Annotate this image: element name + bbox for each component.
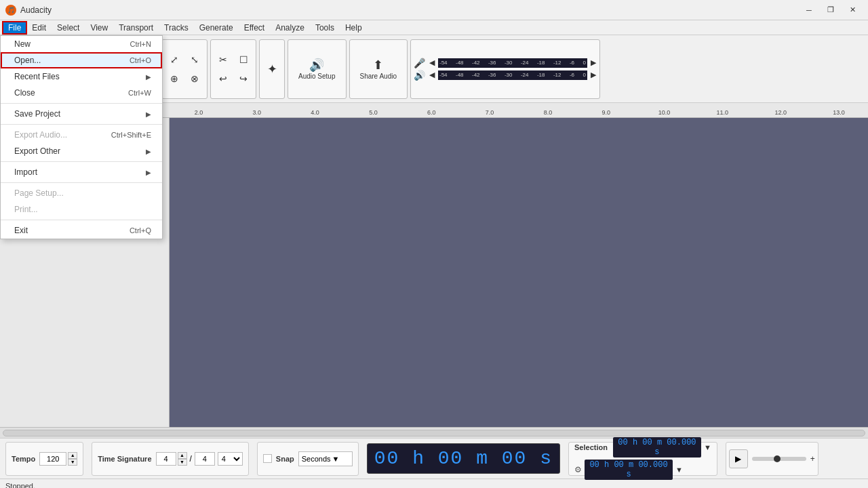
redo-button[interactable]: ↪	[234, 70, 253, 87]
scroll-track[interactable]	[3, 430, 865, 436]
tempo-down-button[interactable]: ▼	[68, 459, 77, 466]
menu-transport[interactable]: Transport	[113, 22, 159, 34]
menu-tracks[interactable]: Tracks	[159, 22, 194, 34]
tempo-field: 120 ▲ ▼	[39, 452, 77, 466]
rec-gain-btn2[interactable]: ▶	[589, 58, 598, 67]
menu-help[interactable]: Help	[340, 22, 368, 34]
snap-dropdown-arrow: ▼	[332, 455, 340, 463]
app-title: Audacity	[20, 5, 799, 15]
dd-separator-5	[1, 220, 162, 220]
tools-group4: ✦	[259, 39, 285, 99]
selection-label: Selection	[574, 443, 608, 451]
sig-num-down-button[interactable]: ▼	[178, 459, 187, 466]
zoom-normal-button[interactable]: ⊗	[185, 70, 204, 87]
dd-separator-4	[1, 182, 162, 183]
close-button[interactable]: ✕	[842, 3, 863, 17]
menu-analyze[interactable]: Analyze	[270, 22, 310, 34]
time-sig-denom-select[interactable]: 4816	[218, 452, 243, 466]
fit-tracks-button[interactable]: ⤡	[185, 51, 204, 68]
minimize-button[interactable]: ─	[799, 3, 819, 17]
ruler-mark: 7.0	[460, 109, 519, 116]
menu-recent-label: Recent Files	[14, 72, 60, 81]
tools-group2: ⤢ ⤡ ⊕ ⊗	[161, 39, 208, 99]
menu-file[interactable]: File	[3, 22, 26, 34]
title-bar: 🎵 Audacity ─ ❐ ✕	[0, 0, 868, 20]
time-sig-denom[interactable]: 4	[195, 452, 215, 466]
ruler-mark: 9.0	[577, 109, 635, 116]
menu-effect[interactable]: Effect	[239, 22, 270, 34]
tempo-label: Tempo	[12, 455, 35, 463]
sel-end-down-arrow[interactable]: ▼	[675, 466, 683, 474]
snap-section: Snap Seconds ▼	[257, 442, 359, 476]
menu-exit-shortcut: Ctrl+Q	[130, 226, 151, 235]
zoom-sel-button[interactable]: ⊕	[165, 70, 184, 87]
record-meter[interactable]: -54-48-42-36-30 -24-18-12-60	[438, 58, 587, 68]
dd-separator-1	[1, 103, 162, 104]
share-audio-label: Share Audio	[360, 73, 397, 80]
selection-gear-icon[interactable]: ⚙	[574, 465, 582, 474]
timer-digits: 00 h 00 m 00 s	[374, 448, 553, 469]
ruler-mark: 6.0	[402, 109, 460, 116]
menu-exit[interactable]: Exit Ctrl+Q	[1, 222, 162, 239]
ruler-mark: 8.0	[519, 109, 577, 116]
time-sig-label: Time Signature	[98, 455, 151, 463]
trim-button[interactable]: ✂	[214, 51, 233, 68]
tempo-value[interactable]: 120	[39, 452, 66, 466]
time-sig-field: 4 ▲ ▼ / 4 4816	[156, 452, 243, 466]
ruler-mark: 2.0	[170, 109, 228, 116]
audio-setup-button[interactable]: 🔊 Audio Setup	[294, 56, 340, 82]
menu-save-project[interactable]: Save Project ▶	[1, 106, 162, 122]
silence-button[interactable]: ☐	[234, 51, 253, 68]
menu-import[interactable]: Import ▶	[1, 164, 162, 180]
undo-button[interactable]: ↩	[214, 70, 233, 87]
play-gain-btn[interactable]: ◀	[427, 70, 437, 79]
menu-open-label: Open...	[14, 56, 41, 65]
snap-dropdown[interactable]: Seconds ▼	[298, 451, 353, 466]
time-sig-num[interactable]: 4	[156, 452, 176, 466]
menu-select[interactable]: Select	[52, 22, 85, 34]
menu-new[interactable]: New Ctrl+N	[1, 36, 162, 52]
play-gain-btn2[interactable]: ▶	[589, 70, 598, 79]
sel-start-down-arrow[interactable]: ▼	[704, 443, 711, 451]
playback-meter[interactable]: -54-48-42-36-30 -24-18-12-60	[438, 70, 587, 80]
audio-setup-icon: 🔊	[309, 58, 324, 73]
speed-slider[interactable]	[752, 457, 806, 461]
horizontal-scrollbar[interactable]	[0, 427, 868, 438]
menu-tools[interactable]: Tools	[310, 22, 340, 34]
timer-display: 00 h 00 m 00 s	[367, 443, 560, 474]
fit-project-button[interactable]: ⤢	[165, 51, 184, 68]
menu-recent-files[interactable]: Recent Files ▶	[1, 68, 162, 85]
menu-save-project-label: Save Project	[14, 109, 60, 119]
menu-import-label: Import	[14, 167, 37, 177]
menu-open-shortcut: Ctrl+O	[130, 56, 151, 64]
record-meter-labels: -54-48-42-36-30 -24-18-12-60	[438, 60, 587, 66]
dd-separator-2	[1, 124, 162, 125]
selection-section: Selection 00 h 00 m 00.000 s ▼ ⚙ 00 h 00…	[568, 442, 717, 476]
menu-close-label: Close	[14, 88, 35, 98]
app-icon: 🎵	[5, 5, 16, 16]
menu-import-arrow: ▶	[146, 169, 151, 176]
tempo-up-button[interactable]: ▲	[68, 452, 77, 459]
multi-tool-button[interactable]: ✦	[262, 50, 281, 88]
ruler-mark: 5.0	[344, 109, 402, 116]
menu-open[interactable]: Open... Ctrl+O	[1, 52, 162, 68]
menu-print-label: Print...	[14, 205, 38, 214]
share-audio-button[interactable]: ⬆ Share Audio	[355, 56, 402, 82]
gain-group: 🎤 ◀ -54-48-42-36-30 -24-18-12-60 ▶ 🔊 ◀ -…	[410, 39, 600, 99]
snap-checkbox[interactable]	[263, 454, 272, 463]
menu-export-other[interactable]: Export Other ▶	[1, 143, 162, 159]
menu-generate[interactable]: Generate	[194, 22, 239, 34]
sig-num-up-button[interactable]: ▲	[178, 452, 187, 459]
track-workspace[interactable]	[170, 118, 868, 427]
menu-bar: File Edit Select View Transport Tracks G…	[0, 20, 868, 35]
menu-close[interactable]: Close Ctrl+W	[1, 85, 162, 101]
selection-start-time[interactable]: 00 h 00 m 00.000 s	[613, 437, 701, 458]
speed-plus-icon: +	[810, 454, 815, 464]
play-speed-button[interactable]: ▶	[729, 449, 748, 468]
menu-edit[interactable]: Edit	[26, 22, 52, 34]
maximize-button[interactable]: ❐	[821, 3, 841, 17]
menu-view[interactable]: View	[85, 22, 113, 34]
rec-gain-btn[interactable]: ◀	[427, 58, 437, 67]
menu-recent-arrow: ▶	[146, 73, 151, 81]
selection-end-time[interactable]: 00 h 00 m 00.000 s	[585, 460, 673, 480]
